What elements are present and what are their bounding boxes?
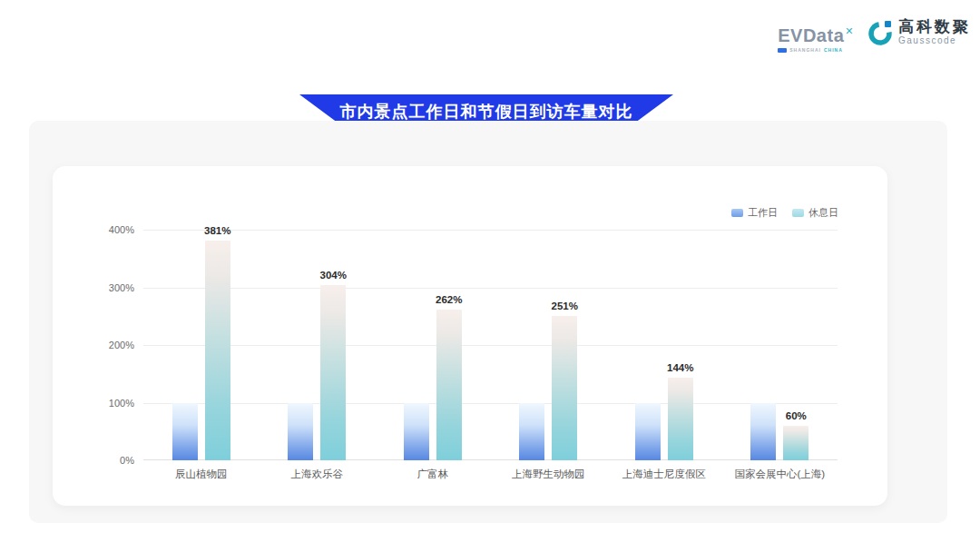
evdata-text: EVData (778, 25, 844, 45)
evdata-logo: EVData✕ SHANGHAI CHINA (778, 18, 854, 53)
bar-value-label: 60% (764, 410, 828, 421)
legend-swatch-restday-icon (792, 209, 804, 217)
chart-card: 工作日 休息日 400%300%200%100%0% 381%辰山植物园304%… (53, 166, 887, 506)
category-label: 国家会展中心(上海) (711, 468, 848, 481)
gausscode-en-label: Gausscode (898, 35, 971, 46)
evdata-sub-shanghai: SHANGHAI (789, 47, 821, 53)
legend-swatch-workday-icon (731, 209, 743, 217)
gausscode-logo: 高科数聚 Gausscode (867, 18, 971, 46)
plot-area (143, 230, 838, 460)
bar-value-label: 144% (649, 362, 712, 373)
evdata-sub-china: CHINA (824, 47, 843, 53)
bar-workday[interactable] (172, 403, 198, 461)
y-axis-tick-label: 0% (62, 455, 134, 466)
legend-item-restday[interactable]: 休息日 (792, 206, 838, 220)
y-axis-tick-label: 200% (62, 340, 134, 350)
legend-label-restday: 休息日 (808, 206, 838, 220)
bar-workday[interactable] (635, 403, 661, 461)
y-axis-tick-label: 100% (62, 398, 134, 409)
bar-restday[interactable] (552, 316, 577, 460)
gridline (143, 403, 838, 404)
bar-workday[interactable] (404, 403, 429, 461)
gridline (143, 345, 838, 346)
bar-restday[interactable] (436, 310, 462, 460)
bar-workday[interactable] (288, 403, 313, 461)
evdata-chip-icon (778, 48, 787, 53)
page-background: EVData✕ SHANGHAI CHINA 高科数聚 Gausscode 市内… (0, 0, 980, 552)
gridline (143, 288, 838, 289)
bar-value-label: 251% (533, 301, 596, 311)
bar-restday[interactable] (668, 378, 693, 460)
bar-value-label: 381% (186, 225, 250, 236)
evdata-subline: SHANGHAI CHINA (778, 47, 843, 53)
chart-legend: 工作日 休息日 (731, 206, 838, 220)
bar-value-label: 304% (301, 270, 365, 281)
page-title: 市内景点工作日和节假日到访车量对比 (340, 101, 633, 123)
y-axis-tick-label: 300% (62, 282, 134, 293)
gausscode-cn-label: 高科数聚 (898, 18, 971, 35)
evdata-x-icon: ✕ (845, 25, 854, 36)
bar-restday[interactable] (783, 426, 808, 460)
bar-workday[interactable] (519, 403, 544, 461)
brand-logos: EVData✕ SHANGHAI CHINA 高科数聚 Gausscode (778, 18, 971, 53)
evdata-wordmark: EVData✕ (778, 22, 854, 44)
legend-item-workday[interactable]: 工作日 (731, 206, 778, 220)
bar-restday[interactable] (205, 241, 230, 460)
bar-restday[interactable] (320, 285, 346, 460)
gausscode-g-icon (867, 19, 894, 46)
gausscode-text: 高科数聚 Gausscode (898, 18, 971, 46)
legend-label-workday: 工作日 (748, 206, 778, 220)
y-axis-tick-label: 400% (62, 224, 134, 235)
bar-value-label: 262% (417, 294, 481, 305)
